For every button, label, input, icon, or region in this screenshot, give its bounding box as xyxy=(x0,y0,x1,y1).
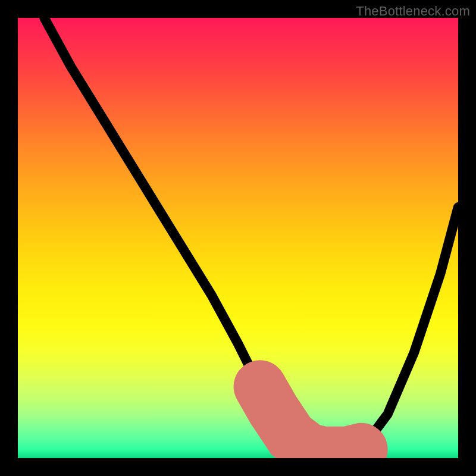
curve-svg xyxy=(18,18,458,458)
optimal-region-end-dot xyxy=(361,431,375,446)
chart-frame: TheBottleneck.com xyxy=(0,0,476,476)
optimal-region-marker xyxy=(260,387,361,453)
plot-area xyxy=(18,18,458,458)
watermark-label: TheBottleneck.com xyxy=(356,4,470,19)
